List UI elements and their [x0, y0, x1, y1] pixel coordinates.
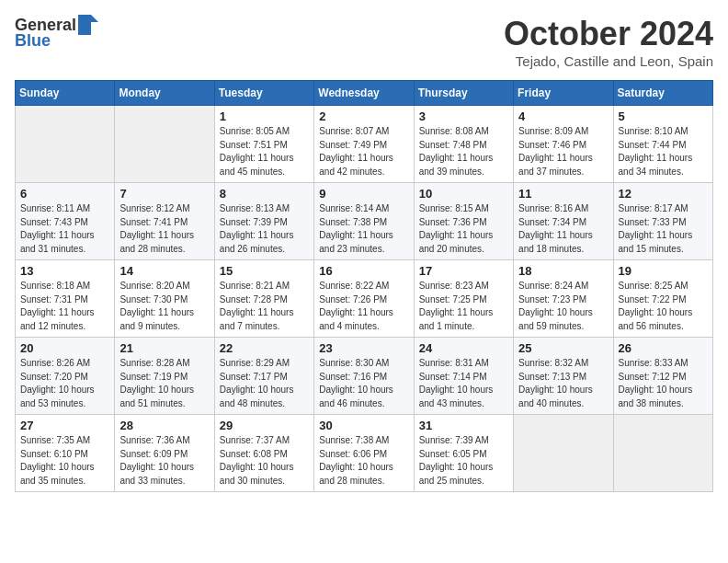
- logo-blue-text: Blue: [15, 31, 51, 51]
- calendar-cell: 28Sunrise: 7:36 AM Sunset: 6:09 PM Dayli…: [115, 415, 214, 492]
- cell-info: Sunrise: 8:09 AM Sunset: 7:46 PM Dayligh…: [518, 126, 593, 177]
- cell-info: Sunrise: 8:22 AM Sunset: 7:26 PM Dayligh…: [319, 281, 393, 331]
- cell-info: Sunrise: 8:05 AM Sunset: 7:51 PM Dayligh…: [220, 126, 294, 177]
- day-number: 2: [319, 109, 408, 123]
- calendar-cell: 23Sunrise: 8:30 AM Sunset: 7:16 PM Dayli…: [314, 338, 414, 415]
- cell-info: Sunrise: 7:35 AM Sunset: 6:10 PM Dayligh…: [20, 435, 95, 486]
- calendar-cell: 8Sunrise: 8:13 AM Sunset: 7:39 PM Daylig…: [214, 183, 313, 260]
- calendar-cell: [115, 106, 214, 183]
- calendar-cell: 17Sunrise: 8:23 AM Sunset: 7:25 PM Dayli…: [414, 260, 513, 338]
- calendar-cell: [514, 415, 613, 492]
- calendar-cell: 15Sunrise: 8:21 AM Sunset: 7:28 PM Dayli…: [214, 260, 313, 338]
- calendar-cell: 12Sunrise: 8:17 AM Sunset: 7:33 PM Dayli…: [613, 183, 712, 260]
- day-number: 5: [619, 109, 708, 123]
- cell-info: Sunrise: 8:23 AM Sunset: 7:25 PM Dayligh…: [419, 281, 494, 331]
- day-header-thursday: Thursday: [414, 81, 513, 106]
- cell-info: Sunrise: 8:32 AM Sunset: 7:13 PM Dayligh…: [518, 358, 593, 408]
- cell-info: Sunrise: 8:14 AM Sunset: 7:38 PM Dayligh…: [319, 203, 393, 254]
- cell-info: Sunrise: 8:28 AM Sunset: 7:19 PM Dayligh…: [119, 358, 194, 408]
- cell-info: Sunrise: 8:21 AM Sunset: 7:28 PM Dayligh…: [220, 281, 294, 331]
- calendar-cell: 2Sunrise: 8:07 AM Sunset: 7:49 PM Daylig…: [314, 106, 414, 183]
- day-number: 24: [419, 341, 508, 355]
- cell-info: Sunrise: 8:20 AM Sunset: 7:30 PM Dayligh…: [119, 281, 194, 331]
- calendar-cell: 21Sunrise: 8:28 AM Sunset: 7:19 PM Dayli…: [115, 338, 214, 415]
- cell-info: Sunrise: 8:12 AM Sunset: 7:41 PM Dayligh…: [119, 203, 194, 254]
- day-number: 27: [20, 419, 109, 432]
- calendar-header-row: SundayMondayTuesdayWednesdayThursdayFrid…: [16, 81, 713, 106]
- day-number: 21: [119, 341, 209, 355]
- week-row-3: 13Sunrise: 8:18 AM Sunset: 7:31 PM Dayli…: [16, 260, 713, 338]
- day-number: 23: [319, 341, 408, 355]
- day-number: 26: [619, 341, 708, 355]
- day-number: 16: [319, 264, 408, 278]
- week-row-1: 1Sunrise: 8:05 AM Sunset: 7:51 PM Daylig…: [16, 106, 713, 183]
- calendar-cell: 16Sunrise: 8:22 AM Sunset: 7:26 PM Dayli…: [314, 260, 414, 338]
- week-row-4: 20Sunrise: 8:26 AM Sunset: 7:20 PM Dayli…: [16, 338, 713, 415]
- calendar-cell: 6Sunrise: 8:11 AM Sunset: 7:43 PM Daylig…: [16, 183, 115, 260]
- cell-info: Sunrise: 8:15 AM Sunset: 7:36 PM Dayligh…: [419, 203, 494, 254]
- cell-info: Sunrise: 8:26 AM Sunset: 7:20 PM Dayligh…: [20, 358, 95, 408]
- day-number: 29: [220, 419, 309, 432]
- cell-info: Sunrise: 7:37 AM Sunset: 6:08 PM Dayligh…: [220, 435, 294, 486]
- day-number: 10: [419, 187, 508, 201]
- day-number: 13: [20, 264, 109, 278]
- day-number: 12: [619, 187, 708, 201]
- calendar-cell: [16, 106, 115, 183]
- day-number: 11: [518, 187, 608, 201]
- cell-info: Sunrise: 8:18 AM Sunset: 7:31 PM Dayligh…: [20, 281, 95, 331]
- calendar-cell: 7Sunrise: 8:12 AM Sunset: 7:41 PM Daylig…: [115, 183, 214, 260]
- calendar-cell: 22Sunrise: 8:29 AM Sunset: 7:17 PM Dayli…: [214, 338, 313, 415]
- calendar-cell: 4Sunrise: 8:09 AM Sunset: 7:46 PM Daylig…: [514, 106, 613, 183]
- calendar-cell: 9Sunrise: 8:14 AM Sunset: 7:38 PM Daylig…: [314, 183, 414, 260]
- cell-info: Sunrise: 8:24 AM Sunset: 7:23 PM Dayligh…: [518, 281, 593, 331]
- calendar-cell: 13Sunrise: 8:18 AM Sunset: 7:31 PM Dayli…: [16, 260, 115, 338]
- location: Tejado, Castille and Leon, Spain: [504, 53, 713, 69]
- calendar-cell: 25Sunrise: 8:32 AM Sunset: 7:13 PM Dayli…: [514, 338, 613, 415]
- day-number: 6: [20, 187, 109, 201]
- calendar-body: 1Sunrise: 8:05 AM Sunset: 7:51 PM Daylig…: [16, 106, 713, 492]
- cell-info: Sunrise: 8:11 AM Sunset: 7:43 PM Dayligh…: [20, 203, 95, 254]
- day-number: 7: [119, 187, 209, 201]
- title-section: October 2024 Tejado, Castille and Leon, …: [504, 15, 713, 69]
- calendar-cell: 30Sunrise: 7:38 AM Sunset: 6:06 PM Dayli…: [314, 415, 414, 492]
- cell-info: Sunrise: 8:08 AM Sunset: 7:48 PM Dayligh…: [419, 126, 494, 177]
- calendar-table: SundayMondayTuesdayWednesdayThursdayFrid…: [15, 80, 713, 492]
- calendar-cell: 1Sunrise: 8:05 AM Sunset: 7:51 PM Daylig…: [214, 106, 313, 183]
- cell-info: Sunrise: 7:38 AM Sunset: 6:06 PM Dayligh…: [319, 435, 393, 486]
- day-number: 8: [220, 187, 309, 201]
- day-number: 14: [119, 264, 209, 278]
- cell-info: Sunrise: 8:30 AM Sunset: 7:16 PM Dayligh…: [319, 358, 393, 408]
- week-row-5: 27Sunrise: 7:35 AM Sunset: 6:10 PM Dayli…: [16, 415, 713, 492]
- calendar-cell: [613, 415, 712, 492]
- day-number: 9: [319, 187, 408, 201]
- day-header-friday: Friday: [514, 81, 613, 106]
- calendar-cell: 3Sunrise: 8:08 AM Sunset: 7:48 PM Daylig…: [414, 106, 513, 183]
- cell-info: Sunrise: 8:17 AM Sunset: 7:33 PM Dayligh…: [619, 203, 693, 254]
- cell-info: Sunrise: 8:13 AM Sunset: 7:39 PM Dayligh…: [220, 203, 294, 254]
- calendar-cell: 18Sunrise: 8:24 AM Sunset: 7:23 PM Dayli…: [514, 260, 613, 338]
- day-number: 4: [518, 109, 608, 123]
- calendar-cell: 31Sunrise: 7:39 AM Sunset: 6:05 PM Dayli…: [414, 415, 513, 492]
- logo-icon: [78, 15, 98, 35]
- cell-info: Sunrise: 8:07 AM Sunset: 7:49 PM Dayligh…: [319, 126, 393, 177]
- calendar-cell: 24Sunrise: 8:31 AM Sunset: 7:14 PM Dayli…: [414, 338, 513, 415]
- day-number: 19: [619, 264, 708, 278]
- cell-info: Sunrise: 8:10 AM Sunset: 7:44 PM Dayligh…: [619, 126, 693, 177]
- month-title: October 2024: [504, 15, 713, 53]
- calendar-cell: 20Sunrise: 8:26 AM Sunset: 7:20 PM Dayli…: [16, 338, 115, 415]
- cell-info: Sunrise: 8:31 AM Sunset: 7:14 PM Dayligh…: [419, 358, 494, 408]
- calendar-cell: 11Sunrise: 8:16 AM Sunset: 7:34 PM Dayli…: [514, 183, 613, 260]
- svg-marker-0: [78, 15, 98, 35]
- calendar-cell: 19Sunrise: 8:25 AM Sunset: 7:22 PM Dayli…: [613, 260, 712, 338]
- day-header-sunday: Sunday: [16, 81, 115, 106]
- cell-info: Sunrise: 8:16 AM Sunset: 7:34 PM Dayligh…: [518, 203, 593, 254]
- day-number: 17: [419, 264, 508, 278]
- day-number: 22: [220, 341, 309, 355]
- day-number: 28: [119, 419, 209, 432]
- cell-info: Sunrise: 8:33 AM Sunset: 7:12 PM Dayligh…: [619, 358, 693, 408]
- page-header: General Blue October 2024 Tejado, Castil…: [15, 15, 713, 69]
- day-number: 1: [220, 109, 309, 123]
- calendar-cell: 29Sunrise: 7:37 AM Sunset: 6:08 PM Dayli…: [214, 415, 313, 492]
- calendar-cell: 5Sunrise: 8:10 AM Sunset: 7:44 PM Daylig…: [613, 106, 712, 183]
- day-number: 20: [20, 341, 109, 355]
